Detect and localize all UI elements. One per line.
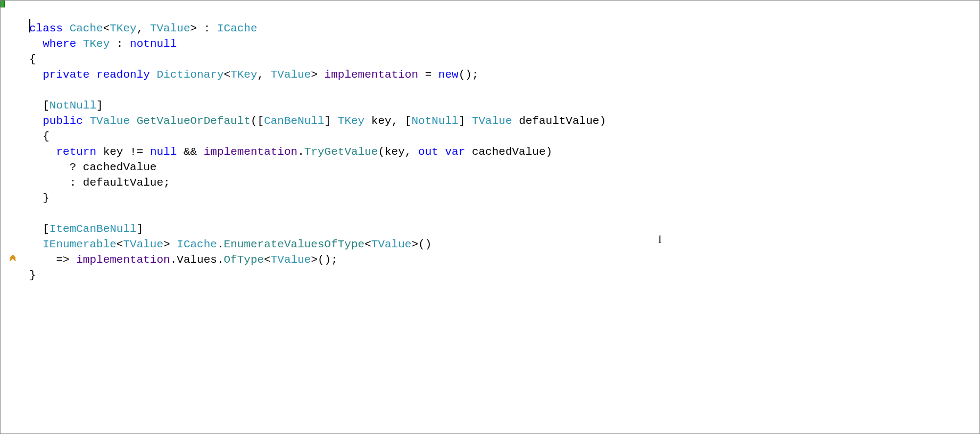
punct: (); xyxy=(459,69,479,81)
type-param: TKey xyxy=(83,38,110,50)
punct: > xyxy=(311,254,318,266)
punct: . xyxy=(217,238,224,251)
space xyxy=(89,69,96,81)
type-param: TValue xyxy=(271,69,311,81)
keyword-return: return xyxy=(56,146,96,158)
space xyxy=(264,69,271,81)
space xyxy=(465,115,472,127)
type-param: TValue xyxy=(89,115,130,127)
interface-name: ICache xyxy=(177,238,217,251)
blank-line[interactable] xyxy=(29,206,966,221)
punct: > xyxy=(190,22,197,35)
punct: > xyxy=(163,238,170,251)
field-name: implementation xyxy=(76,254,170,266)
identifier: key xyxy=(103,146,123,158)
space xyxy=(411,146,418,158)
punct: ] xyxy=(96,99,103,112)
space xyxy=(398,115,405,127)
keyword-where: where xyxy=(43,38,76,50)
code-line[interactable]: } xyxy=(29,190,966,206)
type-name: Cache xyxy=(70,22,103,35)
type-param: TValue xyxy=(123,238,163,251)
code-line[interactable]: where TKey : notnull xyxy=(29,36,966,52)
space xyxy=(318,69,325,81)
code-line[interactable]: { xyxy=(29,129,966,144)
punct: [ xyxy=(258,115,264,127)
method-name: TryGetValue xyxy=(304,146,378,158)
field-name: implementation xyxy=(204,146,297,158)
keyword-notnull: notnull xyxy=(130,38,177,50)
punct: ] xyxy=(137,223,144,235)
type-name: Dictionary xyxy=(156,69,223,81)
ibeam-cursor-icon: I xyxy=(658,232,662,247)
code-line[interactable]: [ItemCanBeNull] xyxy=(29,221,966,237)
code-editor[interactable]: class Cache<TKey, TValue> : ICache where… xyxy=(0,0,980,434)
code-line[interactable]: } xyxy=(29,268,966,283)
brace: { xyxy=(43,130,49,143)
code-line[interactable]: return key != null && implementation.Try… xyxy=(29,144,966,160)
space xyxy=(150,69,157,81)
type-param: TKey xyxy=(230,69,257,81)
blank-line[interactable] xyxy=(29,82,966,98)
op: && xyxy=(177,146,203,158)
punct: () xyxy=(418,238,431,251)
space xyxy=(512,115,519,127)
attribute-name: ItemCanBeNull xyxy=(49,223,137,235)
op: : xyxy=(70,177,83,189)
punct: , xyxy=(258,69,264,81)
keyword-private: private xyxy=(43,69,89,81)
code-line[interactable]: [NotNull] xyxy=(29,98,966,113)
punct: [ xyxy=(43,223,49,235)
chevron-up-icon[interactable] xyxy=(9,253,16,268)
punct: < xyxy=(103,22,110,35)
punct: ) xyxy=(546,146,553,158)
op: => xyxy=(56,254,76,266)
space xyxy=(331,115,338,127)
type-param: TKey xyxy=(110,22,136,35)
punct: . xyxy=(170,254,177,266)
punct: : xyxy=(110,38,130,50)
punct: , xyxy=(392,115,398,127)
code-content[interactable]: class Cache<TKey, TValue> : ICache where… xyxy=(29,21,966,283)
code-line[interactable]: => implementation.Values.OfType<TValue>(… xyxy=(29,252,966,268)
code-line[interactable]: ? cachedValue xyxy=(29,160,966,175)
op: != xyxy=(123,146,150,158)
punct: < xyxy=(117,238,123,251)
space xyxy=(364,115,371,127)
method-name: GetValueOrDefault xyxy=(137,115,251,127)
type-name: IEnumerable xyxy=(43,238,117,251)
keyword-null: null xyxy=(150,146,177,158)
space xyxy=(130,115,137,127)
keyword-class: class xyxy=(29,22,63,35)
type-param: TValue xyxy=(271,254,311,266)
punct: ( xyxy=(378,146,385,158)
space xyxy=(96,146,103,158)
code-line[interactable]: private readonly Dictionary<TKey, TValue… xyxy=(29,67,966,82)
keyword-readonly: readonly xyxy=(96,69,150,81)
brace: } xyxy=(43,192,49,204)
code-line[interactable]: class Cache<TKey, TValue> : ICache xyxy=(29,21,966,36)
punct: < xyxy=(264,254,271,266)
brace: { xyxy=(29,53,36,65)
method-name: OfType xyxy=(224,254,264,266)
punct: [ xyxy=(405,115,412,127)
code-line[interactable]: IEnumerable<TValue> ICache.EnumerateValu… xyxy=(29,237,966,252)
brace: } xyxy=(29,269,36,281)
space xyxy=(76,38,83,50)
identifier: cachedValue xyxy=(472,146,546,158)
code-line[interactable]: public TValue GetValueOrDefault([CanBeNu… xyxy=(29,113,966,129)
field-name: implementation xyxy=(325,69,418,81)
modified-marker-icon xyxy=(1,1,5,7)
punct: > xyxy=(411,238,418,251)
keyword-out: out xyxy=(418,146,438,158)
code-line[interactable]: : defaultValue; xyxy=(29,175,966,190)
param-name: defaultValue xyxy=(519,115,599,127)
punct: , xyxy=(405,146,412,158)
keyword-new: new xyxy=(438,69,459,81)
space xyxy=(170,238,177,251)
identifier: cachedValue xyxy=(83,161,157,173)
attribute-name: NotNull xyxy=(411,115,458,127)
param-name: key xyxy=(371,115,392,127)
space xyxy=(438,146,445,158)
code-line[interactable]: { xyxy=(29,52,966,67)
